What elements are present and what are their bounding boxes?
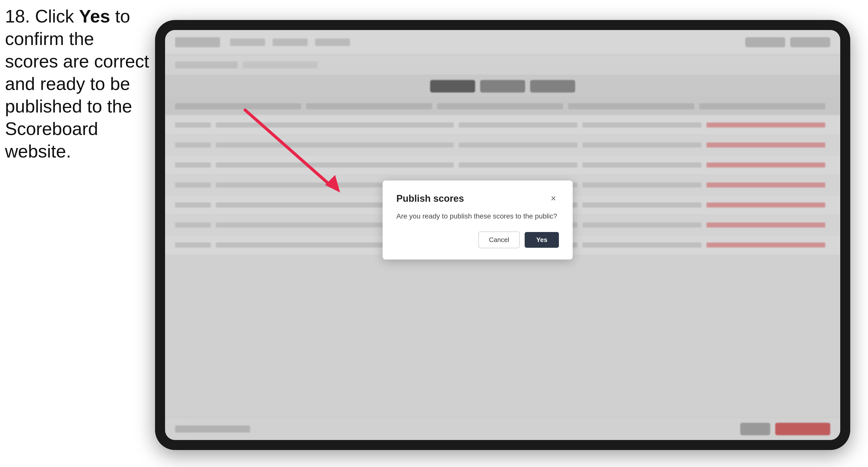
arrow-indicator — [225, 100, 365, 205]
tablet-body: Publish scores × Are you ready to publis… — [155, 20, 850, 450]
tablet-wrapper: Publish scores × Are you ready to publis… — [155, 20, 850, 450]
step-number: 18. — [5, 6, 30, 26]
modal-body: Are you ready to publish these scores to… — [396, 211, 559, 221]
instruction-text-end: to confirm the scores are correct and re… — [5, 6, 149, 161]
instruction-text-start: Click — [35, 6, 79, 26]
modal-title: Publish scores — [396, 193, 464, 204]
yes-button[interactable]: Yes — [525, 232, 559, 248]
svg-marker-1 — [325, 175, 340, 192]
modal-header: Publish scores × — [396, 193, 559, 204]
svg-line-0 — [245, 110, 330, 185]
modal-dialog: Publish scores × Are you ready to publis… — [382, 181, 573, 259]
instruction-text: 18. Click Yes to confirm the scores are … — [5, 5, 150, 162]
tablet-screen: Publish scores × Are you ready to publis… — [165, 30, 840, 440]
instruction-bold: Yes — [79, 6, 110, 26]
modal-overlay: Publish scores × Are you ready to publis… — [165, 30, 840, 440]
cancel-button[interactable]: Cancel — [478, 231, 520, 248]
modal-footer: Cancel Yes — [396, 231, 559, 248]
modal-body-text: Are you ready to publish these scores to… — [396, 211, 559, 221]
modal-close-button[interactable]: × — [548, 193, 559, 204]
